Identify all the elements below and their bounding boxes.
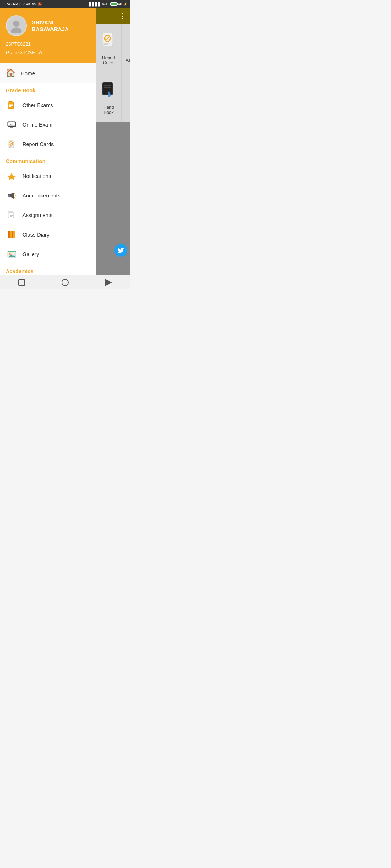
class-diary-label: Class Diary (22, 232, 49, 238)
class-diary-icon (6, 229, 17, 241)
notifications-label: Notifications (22, 173, 51, 179)
assignments-icon (6, 209, 17, 221)
svg-line-22 (14, 197, 15, 198)
status-left: 11:46 AM | 13.4KB/s 🔕 (3, 2, 42, 6)
svg-marker-17 (7, 173, 16, 180)
online-exam-label: Online Exam (22, 122, 52, 128)
circle-icon (62, 279, 69, 286)
signal-icon: ▋▋▋▋ (89, 2, 101, 6)
main-topbar: ⋮ (96, 8, 130, 24)
status-bar: 11:46 AM | 13.4KB/s 🔕 ▋▋▋▋ WiFi 40 ⚡ (0, 0, 130, 8)
user-id: 23PTS0221 (6, 41, 90, 48)
svg-rect-31 (8, 231, 10, 238)
section-academics: Academics (0, 264, 96, 275)
svg-rect-29 (10, 215, 13, 216)
user-name-line2: BASAVARAJA (32, 26, 69, 33)
triangle-icon (105, 279, 112, 286)
grid-card-handbook[interactable]: Hand Book (96, 73, 121, 122)
assignments-grid-icon (129, 34, 130, 55)
svg-rect-5 (9, 105, 13, 106)
svg-rect-4 (9, 104, 13, 105)
nav-notifications[interactable]: Notifications (0, 166, 96, 186)
user-name-line1: SHIVANI (32, 19, 69, 26)
svg-rect-9 (10, 127, 13, 128)
nav-gallery[interactable]: Gallery (0, 244, 96, 264)
svg-rect-3 (9, 101, 12, 102)
battery-icon (110, 2, 117, 6)
svg-rect-36 (8, 251, 16, 252)
square-icon (18, 279, 25, 286)
svg-rect-30 (10, 216, 12, 217)
status-right: ▋▋▋▋ WiFi 40 ⚡ (89, 2, 127, 6)
user-name-block: SHIVANI BASAVARAJA (32, 19, 69, 33)
svg-point-0 (13, 21, 19, 27)
svg-rect-16 (9, 147, 11, 148)
svg-rect-43 (103, 44, 108, 45)
section-communication: Communication (0, 154, 96, 166)
svg-line-20 (14, 193, 15, 194)
main-grid: Report Cards Assignments (96, 24, 130, 122)
gallery-icon (6, 248, 17, 260)
svg-rect-42 (103, 43, 110, 44)
main-content: ⋮ Report Cards (96, 8, 130, 275)
svg-text:TEST: TEST (9, 123, 13, 125)
twitter-fab[interactable] (114, 244, 127, 257)
nav-other-exams[interactable]: Other Exams (0, 95, 96, 115)
grid-card-handbook-label: Hand Book (100, 105, 118, 115)
avatar (6, 15, 27, 36)
bottom-square-btn[interactable] (17, 277, 27, 288)
app-container: SHIVANI BASAVARAJA 23PTS0221 Grade 8 ICS… (0, 8, 130, 275)
user-grade: Grade 8 ICSE - A (6, 49, 90, 56)
bottom-nav (0, 275, 130, 289)
report-cards-grid-icon (100, 31, 118, 52)
grid-card-assignments[interactable]: Assignments (122, 24, 130, 73)
svg-rect-6 (9, 106, 11, 107)
other-exams-icon (6, 99, 17, 111)
monthly-events-grid-icon: Month 1 (129, 81, 130, 102)
svg-point-1 (11, 27, 21, 33)
nav-report-cards[interactable]: Report Cards (0, 135, 96, 154)
announcements-icon (6, 190, 17, 201)
nav-home[interactable]: 🏠 Home (0, 63, 96, 83)
nav-announcements[interactable]: Announcements (0, 186, 96, 205)
mute-icon: 🔕 (37, 2, 42, 6)
report-cards-icon (6, 139, 17, 150)
svg-rect-15 (9, 146, 12, 147)
svg-point-37 (9, 253, 11, 255)
grid-card-assignments-label: Assignments (126, 58, 130, 63)
bottom-home-btn[interactable] (60, 277, 70, 288)
svg-rect-10 (9, 128, 14, 128)
announcements-label: Announcements (22, 193, 60, 199)
other-exams-label: Other Exams (22, 102, 53, 108)
status-time: 11:46 AM | 13.4KB/s (3, 2, 36, 6)
home-icon: 🏠 (6, 68, 16, 78)
section-grade-book: Grade Book (0, 83, 96, 95)
drawer: SHIVANI BASAVARAJA 23PTS0221 Grade 8 ICS… (0, 8, 96, 275)
svg-rect-28 (10, 214, 13, 214)
grid-card-report-cards-label: Report Cards (100, 55, 118, 65)
nav-online-exam[interactable]: TEST Online Exam (0, 115, 96, 135)
svg-rect-32 (10, 231, 12, 238)
online-exam-icon: TEST (6, 119, 17, 131)
more-options-icon[interactable]: ⋮ (119, 12, 126, 20)
user-header: SHIVANI BASAVARAJA 23PTS0221 Grade 8 ICS… (0, 8, 96, 63)
svg-rect-34 (13, 231, 15, 238)
bottom-back-btn[interactable] (104, 277, 114, 288)
assignments-label: Assignments (22, 212, 52, 218)
svg-rect-40 (102, 33, 113, 46)
svg-rect-33 (12, 231, 13, 238)
grid-card-monthly-events[interactable]: Month 1 Monthly Events (122, 73, 130, 122)
handbook-grid-icon (100, 81, 118, 102)
user-info-row: SHIVANI BASAVARAJA (6, 15, 90, 36)
grid-card-report-cards[interactable]: Report Cards (96, 24, 121, 73)
gallery-label: Gallery (22, 251, 39, 257)
battery-level: 40 (118, 2, 122, 6)
svg-rect-19 (8, 195, 10, 197)
nav-class-diary[interactable]: Class Diary (0, 225, 96, 244)
report-cards-label: Report Cards (22, 141, 54, 147)
wifi-icon: WiFi (102, 2, 109, 6)
home-label: Home (21, 70, 35, 76)
notifications-icon (6, 170, 17, 182)
charging-icon: ⚡ (123, 2, 127, 6)
nav-assignments[interactable]: Assignments (0, 205, 96, 225)
